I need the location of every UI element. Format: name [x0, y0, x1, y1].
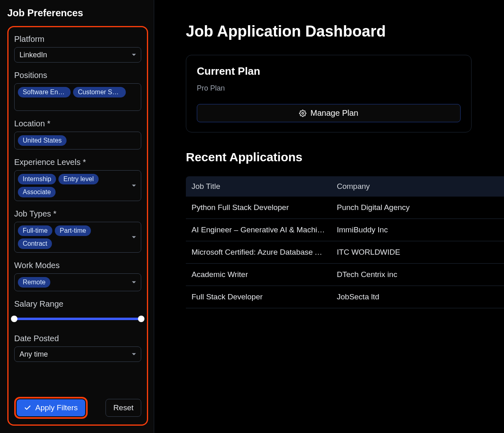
chip[interactable]: Remote — [18, 277, 50, 288]
chip[interactable]: Part-time — [55, 225, 91, 236]
cell-company: ITC WORLDWIDE — [332, 241, 504, 264]
experience-chipbox[interactable]: InternshipEntry levelAssociate — [14, 170, 141, 201]
chevron-down-icon — [132, 54, 136, 56]
salary-slider[interactable] — [14, 318, 141, 320]
current-plan-name: Pro Plan — [197, 84, 461, 93]
platform-value: LinkedIn — [19, 51, 47, 59]
recent-applications-heading: Recent Applications — [186, 150, 504, 164]
date-posted-label: Date Posted — [14, 334, 141, 343]
cell-job-title: Microsoft Certified: Azure Database A… — [186, 241, 332, 264]
positions-label: Positions — [14, 71, 141, 80]
slider-thumb-min[interactable] — [11, 316, 17, 322]
table-row[interactable]: Academic WriterDTech Centrix inc — [186, 264, 504, 286]
page-title: Job Application Dashboard — [186, 23, 504, 40]
cell-company: ImmiBuddy Inc — [332, 219, 504, 241]
main-content: Job Application Dashboard Current Plan P… — [154, 0, 504, 433]
manage-plan-label: Manage Plan — [310, 108, 358, 118]
chip[interactable]: United States — [18, 135, 67, 146]
cell-job-title: AI Engineer – Generative AI & Machine … — [186, 219, 332, 241]
filters-highlight-box: Platform LinkedIn Positions Software Eng… — [7, 26, 148, 426]
reset-label: Reset — [113, 403, 134, 412]
chip[interactable]: Customer Se… — [73, 87, 126, 97]
apply-filters-highlight: Apply Filters — [14, 397, 88, 419]
filter-button-row: Apply Filters Reset — [14, 397, 141, 419]
cell-job-title: Academic Writer — [186, 264, 332, 286]
current-plan-card: Current Plan Pro Plan Manage Plan — [186, 55, 472, 132]
cell-job-title: Python Full Stack Developer — [186, 197, 332, 219]
apply-filters-button[interactable]: Apply Filters — [17, 399, 85, 416]
chevron-down-icon — [132, 185, 136, 187]
cell-company: Punch Digital Agency — [332, 197, 504, 219]
current-plan-heading: Current Plan — [197, 65, 461, 78]
chevron-down-icon — [132, 236, 136, 238]
chevron-down-icon — [132, 353, 136, 355]
job-types-chipbox[interactable]: Full-timePart-timeContract — [14, 222, 141, 253]
table-row[interactable]: AI Engineer – Generative AI & Machine …I… — [186, 219, 504, 241]
experience-field: Experience Levels * InternshipEntry leve… — [14, 158, 141, 201]
chip[interactable]: Associate — [18, 187, 56, 197]
reset-button[interactable]: Reset — [106, 399, 141, 417]
platform-label: Platform — [14, 35, 141, 44]
work-modes-chipbox[interactable]: Remote — [14, 273, 141, 291]
table-row[interactable]: Python Full Stack DeveloperPunch Digital… — [186, 197, 504, 219]
chip[interactable]: Internship — [18, 174, 56, 184]
recent-applications-tbody: Python Full Stack DeveloperPunch Digital… — [186, 197, 504, 308]
table-header-company: Company — [332, 176, 504, 197]
salary-label: Salary Range — [14, 299, 141, 309]
chip[interactable]: Entry level — [58, 174, 99, 184]
job-types-field: Job Types * Full-timePart-timeContract — [14, 209, 141, 253]
location-chipbox[interactable]: United States — [14, 132, 141, 149]
sidebar-title: Job Preferences — [7, 7, 148, 19]
sidebar: Job Preferences Platform LinkedIn Positi… — [0, 0, 154, 433]
platform-field: Platform LinkedIn — [14, 35, 141, 63]
chip[interactable]: Full-time — [18, 225, 52, 236]
apply-filters-label: Apply Filters — [35, 403, 78, 412]
work-modes-label: Work Modes — [14, 261, 141, 270]
date-posted-select[interactable]: Any time — [14, 346, 141, 362]
location-field: Location * United States — [14, 119, 141, 149]
positions-field: Positions Software Eng…Customer Se… — [14, 71, 141, 111]
table-row[interactable]: Microsoft Certified: Azure Database A…IT… — [186, 241, 504, 264]
location-label: Location * — [14, 119, 141, 128]
cell-company: JobSecta ltd — [332, 286, 504, 308]
cell-company: DTech Centrix inc — [332, 264, 504, 286]
table-header-job-title: Job Title — [186, 176, 332, 197]
recent-applications-table: Job Title Company Python Full Stack Deve… — [186, 176, 504, 308]
work-modes-field: Work Modes Remote — [14, 261, 141, 291]
chevron-down-icon — [132, 281, 136, 284]
date-posted-field: Date Posted Any time — [14, 334, 141, 362]
table-row[interactable]: Full Stack DeveloperJobSecta ltd — [186, 286, 504, 308]
positions-chipbox[interactable]: Software Eng…Customer Se… — [14, 83, 141, 111]
chip[interactable]: Software Eng… — [18, 87, 71, 97]
salary-field: Salary Range — [14, 299, 141, 326]
platform-select[interactable]: LinkedIn — [14, 47, 141, 63]
gear-icon — [299, 110, 306, 117]
slider-thumb-max[interactable] — [138, 316, 144, 322]
experience-label: Experience Levels * — [14, 158, 141, 167]
date-posted-value: Any time — [19, 350, 48, 359]
svg-point-0 — [302, 112, 304, 114]
check-icon — [24, 404, 31, 411]
manage-plan-button[interactable]: Manage Plan — [197, 104, 461, 122]
chip[interactable]: Contract — [18, 238, 52, 249]
cell-job-title: Full Stack Developer — [186, 286, 332, 308]
job-types-label: Job Types * — [14, 209, 141, 219]
